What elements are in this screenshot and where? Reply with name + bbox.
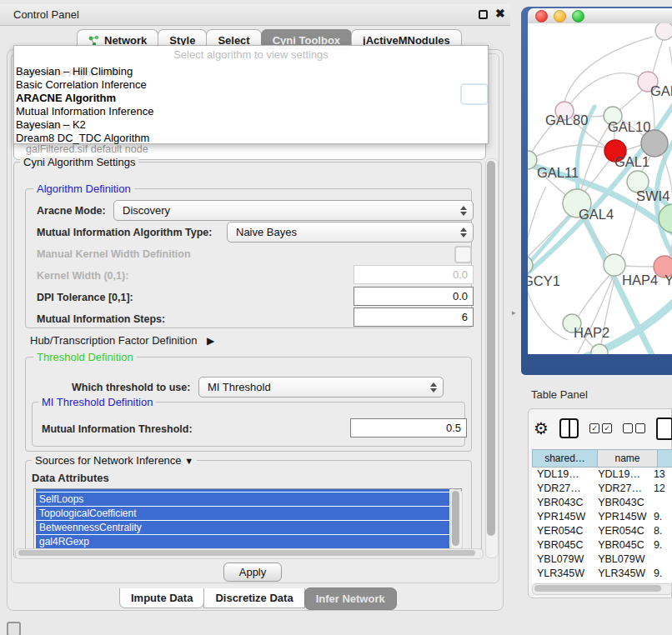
column-header[interactable]: shared… [532,449,598,468]
network-window: GALGAL80GAL10GAL1GAL11SWI4GAL4GCY1HAP4YH… [521,7,672,375]
sources-group-title[interactable]: Sources for Network Inference ▼ [32,455,197,467]
table-cell: YDR27… [532,482,593,496]
manual-kernel-label: Manual Kernel Width Definition [37,248,191,260]
attribute-item[interactable]: gal4RGexp [36,535,449,548]
mi-threshold-field[interactable]: 0.5 [350,418,467,438]
attribute-item[interactable]: BetweennessCentrality [36,521,449,534]
network-edge[interactable] [528,145,607,160]
table-cell: YER054C [532,524,593,538]
bottom-tab-discretize-data[interactable]: Discretize Data [203,588,304,608]
kernel-width-field[interactable]: 0.0 [354,265,474,284]
table-row[interactable]: YDL19…YDL19…13 [532,468,672,482]
table-toolbar: ⚙ ✓✓ [534,418,672,439]
bottom-tab-impute-data[interactable]: Impute Data [119,588,204,608]
algorithm-item[interactable]: Basic Correlation Inference [16,78,147,92]
table-cell: 13 [649,468,672,482]
table-cell: YDL19… [532,468,593,482]
node-label: Y [664,272,672,288]
data-attributes-list[interactable]: SelfLoopsTopologicalCoefficientBetweenne… [33,488,462,550]
table-panel: ⚙ ✓✓ shared…name YDL19…YDL19…13YDR27…YDR… [528,408,672,598]
minimize-traffic-light-icon[interactable] [554,10,566,22]
column-header[interactable] [658,449,672,468]
which-threshold-value: MI Threshold [208,381,271,393]
attribute-item[interactable]: TopologicalCoefficient [36,507,449,520]
panel-title: Control Panel [13,8,79,21]
network-edge[interactable] [618,88,644,112]
node-label: GAL10 [608,119,650,134]
mi-steps-field[interactable]: 6 [354,308,474,327]
settings-vscrollbar-thumb[interactable] [487,161,495,536]
table-cell: YDL19… [593,468,649,482]
which-threshold-select[interactable]: MI Threshold [198,377,444,398]
dpi-tolerance-field[interactable]: 0.0 [354,287,474,306]
algorithm-item[interactable]: Dream8 DC_TDC Algorithm [16,132,149,145]
network-window-titlebar[interactable] [528,8,672,23]
table-row[interactable]: YBR045CYBR045C9. [532,538,672,552]
table-row[interactable]: YER054CYER054C8. [532,524,672,538]
control-panel-titlebar: Control Panel [0,4,510,26]
table-cell [649,496,672,510]
aracne-mode-value: Discovery [123,204,170,217]
table-cell: 12 [649,482,672,496]
column-header[interactable]: name [598,449,658,468]
settings-hscrollbar-thumb[interactable] [18,550,475,556]
network-canvas[interactable]: GALGAL80GAL10GAL1GAL11SWI4GAL4GCY1HAP4YH… [528,23,672,354]
node-label: GAL4 [579,207,614,222]
network-edge-highlighted[interactable] [528,208,576,272]
data-attributes-label: Data Attributes [32,472,109,484]
manual-kernel-checkbox[interactable] [454,246,472,263]
network-icon [88,35,99,46]
network-edge[interactable] [578,273,611,317]
zoom-traffic-light-icon[interactable] [572,10,584,22]
table-cell: YBR043C [593,496,649,510]
stepper-icon [430,382,437,392]
table-hscrollbar-thumb[interactable] [534,585,661,592]
table-row[interactable]: YBR043CYBR043C [532,496,672,510]
table-row[interactable]: YDR27…YDR27…12 [532,482,672,496]
close-traffic-light-icon[interactable] [535,10,548,22]
aracne-mode-select[interactable]: Discovery [113,200,474,221]
network-edge[interactable] [564,37,653,102]
select-all-columns-icon[interactable]: ✓✓ [589,423,612,433]
splitpane-arrow-icon[interactable]: ▸ [512,308,516,317]
gear-icon[interactable]: ⚙ [534,420,549,437]
network-edge[interactable] [653,35,664,72]
network-edge[interactable] [528,282,568,340]
network-graph: GALGAL80GAL10GAL1GAL11SWI4GAL4GCY1HAP4YH… [528,23,672,354]
network-node[interactable] [655,23,672,40]
table-cell: YBR043C [532,496,593,510]
network-edge[interactable] [625,266,654,267]
table-header: shared…name [532,449,672,468]
table-row[interactable]: YPR145WYPR145W9. [532,510,672,524]
table-cell: 8. [649,524,672,538]
table-row[interactable]: YIL052CYIL052C9. [532,581,672,582]
network-edge[interactable] [569,73,648,105]
deselect-all-columns-icon[interactable] [623,423,645,433]
algorithm-item[interactable]: Mutual Information Inference [16,105,153,118]
split-columns-icon[interactable] [559,418,579,438]
apply-button[interactable]: Apply [223,562,282,582]
collapsed-arrow-icon: ▶ [207,335,214,347]
bottom-tab-infer-network[interactable]: Infer Network [304,588,397,610]
float-window-icon[interactable] [479,10,488,19]
close-icon[interactable]: ✖ [495,7,505,20]
attribute-item[interactable]: SelfLoops [36,492,449,506]
algorithm-item[interactable]: ARACNE Algorithm [16,92,116,105]
table-cell: YIL052C [593,581,649,582]
minimized-panel-icon[interactable] [7,622,21,635]
hub-definition-label: Hub/Transcription Factor Definition [30,334,197,347]
attributes-scrollbar-thumb[interactable] [452,491,459,546]
kernel-width-label: Kernel Width (0,1): [37,270,128,282]
table-cell: YER054C [593,524,649,538]
mi-threshold-group-title: MI Threshold Definition [38,397,156,408]
mi-type-select[interactable]: Naive Bayes [227,222,474,242]
algorithm-item[interactable]: Bayesian – Hill Climbing [16,65,133,78]
hub-definition-toggle[interactable]: Hub/Transcription Factor Definition ▶ [30,334,214,347]
table-row[interactable]: YLR345WYLR345W9. [532,567,672,581]
table-row[interactable]: YBL079WYBL079W [532,552,672,567]
table-icon[interactable] [656,418,672,440]
attribute-item-partial[interactable] [36,489,449,492]
table-panel-title: Table Panel [531,388,588,401]
table-cell: YBL079W [593,552,649,567]
algorithm-item[interactable]: Bayesian – K2 [16,118,86,132]
